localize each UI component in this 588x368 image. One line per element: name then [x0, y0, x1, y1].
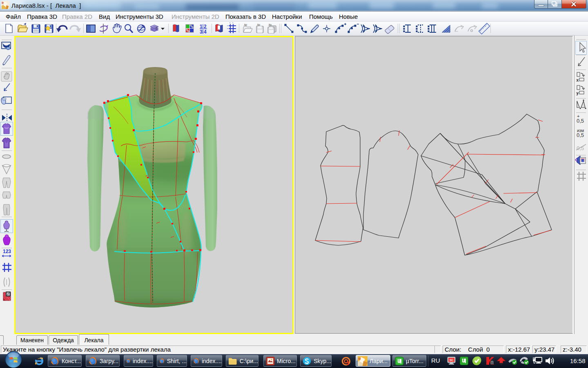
svg-text:SC: SC	[450, 359, 454, 361]
svg-text:x: x	[577, 78, 579, 82]
svg-text:3: 3	[200, 29, 203, 35]
svg-text:y: y	[577, 91, 579, 95]
svg-text:123: 123	[3, 249, 11, 254]
svg-text:0,5: 0,5	[577, 132, 584, 138]
svg-text:4: 4	[204, 29, 207, 35]
svg-text:0,5: 0,5	[577, 118, 584, 124]
